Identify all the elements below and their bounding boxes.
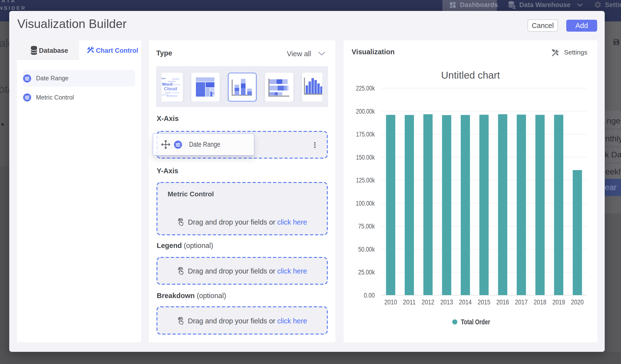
svg-text:2013: 2013 (440, 298, 453, 306)
svg-text:2018: 2018 (534, 298, 546, 306)
svg-text:50.00k: 50.00k (358, 245, 375, 253)
svg-text:150.00k: 150.00k (356, 154, 375, 161)
svg-text:100.00k: 100.00k (356, 200, 375, 207)
svg-text:175.00k: 175.00k (356, 130, 375, 138)
svg-text:2012: 2012 (422, 298, 434, 306)
svg-text:Total Order: Total Order (461, 318, 490, 326)
svg-text:75.00k: 75.00k (358, 222, 375, 230)
svg-text:2016: 2016 (496, 298, 509, 306)
svg-text:125.00k: 125.00k (356, 176, 375, 184)
svg-text:225.00k: 225.00k (356, 85, 375, 92)
svg-text:2011: 2011 (403, 298, 416, 306)
svg-text:0.00: 0.00 (364, 292, 375, 299)
svg-text:2020: 2020 (571, 298, 584, 306)
svg-text:2019: 2019 (552, 298, 565, 306)
svg-text:2015: 2015 (478, 298, 490, 306)
svg-text:2014: 2014 (459, 298, 472, 306)
svg-text:2017: 2017 (515, 298, 528, 306)
svg-text:200.00k: 200.00k (356, 107, 375, 115)
svg-text:25.00k: 25.00k (358, 268, 375, 276)
svg-text:2010: 2010 (384, 298, 397, 306)
